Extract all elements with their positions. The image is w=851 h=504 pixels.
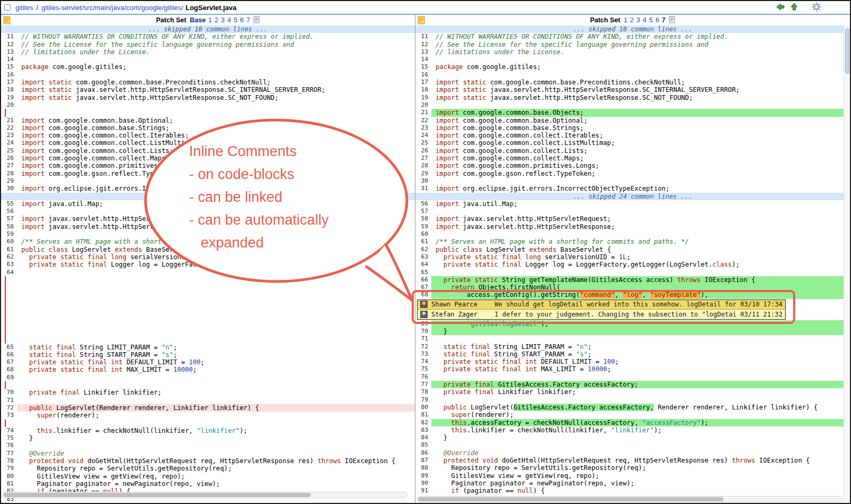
line-number[interactable]: 84 (415, 434, 431, 441)
line-number[interactable] (1, 336, 17, 343)
line-number[interactable]: 22 (415, 117, 431, 124)
line-number[interactable]: 20 (415, 101, 431, 109)
patchset-doc-icon[interactable] (253, 18, 260, 25)
patchset-link-5[interactable]: 5 (649, 16, 653, 24)
line-number[interactable]: 29 (1, 177, 17, 185)
line-number[interactable]: 55 (1, 200, 17, 208)
line-number[interactable]: 65 (415, 269, 431, 276)
line-number[interactable]: 68 (415, 291, 431, 298)
line-number[interactable]: 20 (1, 101, 17, 109)
line-number[interactable] (1, 420, 17, 427)
line-number[interactable]: 21 (1, 117, 17, 124)
line-number[interactable]: 71 (1, 397, 17, 404)
line-number[interactable]: 18 (1, 86, 17, 93)
line-number[interactable]: 83 (415, 426, 431, 434)
prev-file-arrow-icon[interactable] (775, 3, 785, 13)
line-number[interactable]: 22 (1, 124, 17, 132)
patchset-link-6[interactable]: 6 (656, 16, 659, 24)
line-number[interactable] (1, 284, 17, 291)
line-number[interactable]: 64 (415, 261, 431, 268)
line-number[interactable]: 80 (415, 404, 431, 411)
line-number[interactable]: 82 (415, 419, 431, 426)
line-number[interactable]: 91 (415, 487, 431, 494)
line-number[interactable]: 61 (415, 238, 431, 245)
skipped-lines-expander[interactable]: ... skipped 10 common lines ... (1, 25, 415, 33)
line-number[interactable]: 24 (1, 139, 17, 147)
line-number[interactable]: 88 (415, 464, 431, 472)
line-number[interactable]: 67 (415, 284, 431, 291)
patchset-link-4[interactable]: 4 (227, 16, 231, 24)
line-number[interactable]: 77 (1, 450, 17, 457)
line-number[interactable]: 66 (415, 276, 431, 284)
vertical-scrollbar[interactable] (844, 25, 850, 503)
line-number[interactable]: 12 (415, 41, 431, 48)
patchset-link-1[interactable]: 1 (208, 16, 212, 24)
line-number[interactable]: 80 (1, 473, 17, 480)
line-number[interactable]: 57 (415, 208, 431, 215)
line-number[interactable]: 16 (415, 71, 431, 79)
line-number[interactable]: 72 (415, 343, 431, 351)
line-number[interactable]: 86 (415, 449, 431, 457)
line-number[interactable]: 21 (415, 109, 431, 116)
skipped-lines-expander[interactable]: ... skipped 24 common lines ... (1, 193, 415, 200)
line-number[interactable]: 31 (415, 185, 431, 192)
line-number[interactable]: 57 (1, 215, 17, 223)
patchset-link-5[interactable]: 5 (234, 16, 237, 24)
line-number[interactable]: 79 (415, 396, 431, 404)
line-number[interactable]: 17 (1, 79, 17, 86)
line-number[interactable]: 25 (415, 139, 431, 147)
up-to-change-arrow-icon[interactable] (790, 2, 798, 13)
line-number[interactable]: 90 (415, 480, 431, 487)
line-number[interactable]: 69 (1, 374, 17, 381)
inline-comment[interactable]: Shawn PearceWe should get logDetail work… (418, 300, 785, 310)
line-number[interactable]: 28 (415, 162, 431, 169)
line-number[interactable]: 30 (415, 177, 431, 185)
line-number[interactable]: 64 (1, 269, 17, 276)
line-number[interactable]: 71 (415, 335, 431, 343)
line-number[interactable]: 75 (415, 365, 431, 373)
patchset-doc-icon[interactable] (669, 18, 675, 25)
line-number[interactable] (1, 381, 17, 389)
line-number[interactable]: 15 (415, 63, 431, 71)
patchset-link-2[interactable]: 2 (215, 16, 218, 24)
line-number[interactable]: 58 (415, 215, 431, 223)
line-number[interactable]: 25 (1, 147, 17, 155)
line-number[interactable]: 72 (1, 404, 17, 412)
line-number[interactable]: 19 (1, 94, 17, 101)
line-number[interactable]: 59 (1, 230, 17, 238)
patchset-link-4[interactable]: 4 (643, 16, 646, 24)
settings-gear-icon[interactable] (812, 2, 821, 13)
line-number[interactable]: 73 (415, 351, 431, 358)
line-number[interactable]: 74 (1, 427, 17, 434)
line-number[interactable]: 61 (1, 246, 17, 253)
line-number[interactable]: 66 (1, 351, 17, 358)
comment-widget[interactable]: Shawn PearceWe should get logDetail work… (417, 300, 786, 320)
line-number[interactable]: 18 (415, 86, 431, 93)
patchset-link-3[interactable]: 3 (221, 16, 225, 24)
line-number[interactable]: 58 (1, 223, 17, 230)
left-horizontal-scrollbar[interactable] (3, 492, 407, 498)
line-number[interactable]: 87 (415, 457, 431, 464)
line-number[interactable] (1, 328, 17, 336)
line-number[interactable]: 59 (415, 223, 431, 230)
line-number[interactable]: 62 (1, 253, 17, 261)
line-number[interactable]: 23 (1, 132, 17, 139)
line-number[interactable]: 81 (1, 480, 17, 488)
line-number[interactable]: 67 (1, 358, 17, 366)
patchset-link-base[interactable]: Base (190, 16, 206, 24)
patchset-link-6[interactable]: 6 (240, 16, 244, 24)
line-number[interactable]: 14 (1, 56, 17, 63)
line-number[interactable]: 26 (1, 155, 17, 162)
line-number[interactable]: 14 (415, 56, 431, 63)
line-number[interactable]: 28 (1, 170, 17, 177)
line-number[interactable]: 12 (1, 41, 17, 48)
patchset-link-1[interactable]: 1 (624, 16, 627, 24)
line-number[interactable]: 24 (415, 132, 431, 139)
skipped-lines-expander[interactable]: ... skipped 10 common lines ... (415, 25, 850, 33)
line-number[interactable]: 81 (415, 411, 431, 418)
line-number[interactable]: 16 (1, 71, 17, 79)
line-number[interactable]: 30 (1, 185, 17, 192)
line-number[interactable]: 13 (415, 48, 431, 56)
line-number[interactable]: 15 (1, 63, 17, 71)
breadcrumb-project-link[interactable]: gitiles (15, 4, 33, 12)
